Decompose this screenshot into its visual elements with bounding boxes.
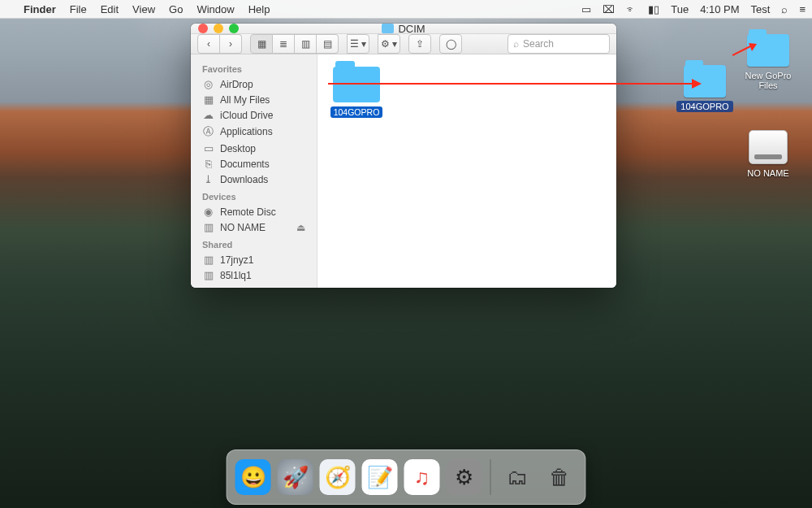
sidebar-header-favorites: Favorites bbox=[191, 59, 317, 76]
sidebar-item-label: Desktop bbox=[220, 143, 256, 154]
sidebar-item-desktop[interactable]: ▭Desktop bbox=[191, 141, 317, 156]
item-label: 104GOPRO bbox=[330, 106, 383, 118]
search-placeholder: Search bbox=[523, 38, 554, 50]
menu-view[interactable]: View bbox=[132, 3, 155, 15]
dock-trash[interactable]: 🗑 bbox=[542, 459, 577, 495]
back-button[interactable]: ‹ bbox=[197, 34, 220, 54]
sidebar-item-label: 85l1lq1 bbox=[220, 270, 252, 281]
computer-icon: ▥ bbox=[202, 254, 214, 266]
clock-day[interactable]: Tue bbox=[671, 3, 689, 15]
gallery-view-button[interactable]: ▤ bbox=[317, 34, 339, 54]
menu-go[interactable]: Go bbox=[169, 3, 183, 15]
dock: 😀 🚀 🧭 📝 ♫ ⚙ 🗂 🗑 bbox=[227, 449, 586, 505]
drive-icon bbox=[749, 130, 788, 164]
dock-settings[interactable]: ⚙ bbox=[447, 459, 482, 495]
folder-item-104gopro[interactable]: 104GOPRO bbox=[330, 67, 383, 118]
search-field[interactable]: ⌕ Search bbox=[508, 34, 610, 54]
finder-window[interactable]: DCIM ‹ › ▦ ≣ ▥ ▤ ☰ ▾ ⚙ ▾ ⇪ ◯ ⌕ bbox=[191, 24, 616, 288]
dock-safari[interactable]: 🧭 bbox=[320, 459, 356, 495]
menubar: Finder File Edit View Go Window Help ▭ ⌧… bbox=[0, 0, 812, 19]
documents-icon: ⎘ bbox=[202, 158, 214, 170]
view-switcher: ▦ ≣ ▥ ▤ bbox=[250, 34, 339, 54]
sidebar-item-no-name[interactable]: ▥NO NAME⏏ bbox=[191, 219, 317, 235]
dock-notes[interactable]: 📝 bbox=[362, 459, 398, 495]
folder-icon bbox=[747, 34, 789, 67]
computer-icon: ▥ bbox=[202, 269, 214, 281]
drive-icon: ▥ bbox=[202, 221, 214, 233]
display-icon[interactable]: ⌧ bbox=[603, 3, 615, 15]
dock-downloads[interactable]: 🗂 bbox=[499, 459, 535, 495]
spotlight-icon[interactable]: ⌕ bbox=[781, 3, 788, 15]
sidebar-item-remote-disc[interactable]: ◉Remote Disc bbox=[191, 204, 317, 219]
menu-file[interactable]: File bbox=[70, 3, 87, 15]
dock-itunes[interactable]: ♫ bbox=[404, 459, 440, 495]
share-button[interactable]: ⇪ bbox=[408, 34, 431, 54]
sidebar-item-label: Documents bbox=[220, 158, 270, 170]
nav-buttons: ‹ › bbox=[197, 34, 242, 54]
desktop-folder-104gopro[interactable]: 104GOPRO bbox=[674, 65, 736, 112]
sidebar-item-documents[interactable]: ⎘Documents bbox=[191, 156, 317, 172]
sidebar-header-devices: Devices bbox=[191, 187, 317, 204]
arrange-button[interactable]: ☰ ▾ bbox=[347, 34, 369, 54]
folder-icon bbox=[684, 65, 726, 98]
sidebar-item-shared-1[interactable]: ▥17jnyz1 bbox=[191, 252, 317, 267]
sidebar-item-all-my-files[interactable]: ▦All My Files bbox=[191, 92, 317, 107]
dock-launchpad[interactable]: 🚀 bbox=[278, 459, 313, 495]
dock-finder[interactable]: 😀 bbox=[235, 459, 271, 495]
desktop-icon-label: 104GOPRO bbox=[676, 101, 732, 112]
dock-separator bbox=[490, 459, 491, 495]
sidebar-item-icloud[interactable]: ☁iCloud Drive bbox=[191, 107, 317, 123]
sidebar-item-downloads[interactable]: ⤓Downloads bbox=[191, 172, 317, 187]
airplay-icon[interactable]: ▭ bbox=[581, 3, 591, 15]
wifi-icon[interactable]: ᯤ bbox=[626, 3, 637, 15]
action-button[interactable]: ⚙ ▾ bbox=[378, 34, 400, 54]
window-zoom-button[interactable] bbox=[229, 24, 239, 33]
sidebar-item-label: Applications bbox=[220, 126, 273, 137]
sidebar-item-label: NO NAME bbox=[220, 222, 266, 233]
desktop-icon-label: New GoPro Files bbox=[737, 70, 799, 91]
desktop: Finder File Edit View Go Window Help ▭ ⌧… bbox=[0, 0, 812, 508]
toolbar: ‹ › ▦ ≣ ▥ ▤ ☰ ▾ ⚙ ▾ ⇪ ◯ ⌕ Search bbox=[191, 34, 616, 54]
sidebar-item-shared-2[interactable]: ▥85l1lq1 bbox=[191, 267, 317, 283]
notification-center-icon[interactable]: ≡ bbox=[799, 3, 806, 15]
all-files-icon: ▦ bbox=[202, 93, 214, 106]
desktop-folder-new-gopro[interactable]: New GoPro Files bbox=[737, 34, 799, 91]
window-title: DCIM bbox=[191, 24, 616, 35]
search-icon: ⌕ bbox=[513, 38, 519, 50]
applications-icon: Ⓐ bbox=[202, 124, 214, 139]
folder-icon bbox=[333, 67, 380, 102]
desktop-icon-label: NO NAME bbox=[743, 167, 793, 179]
window-title-text: DCIM bbox=[398, 24, 425, 35]
sidebar-item-airdrop[interactable]: ◎AirDrop bbox=[191, 76, 317, 92]
sidebar-item-applications[interactable]: ⒶApplications bbox=[191, 123, 317, 141]
menu-window[interactable]: Window bbox=[197, 3, 234, 15]
battery-icon[interactable]: ▮▯ bbox=[648, 3, 659, 15]
app-menu[interactable]: Finder bbox=[24, 3, 56, 15]
desktop-drive-no-name[interactable]: NO NAME bbox=[737, 130, 799, 179]
eject-icon[interactable]: ⏏ bbox=[296, 222, 305, 233]
clock-time[interactable]: 4:10 PM bbox=[700, 3, 739, 15]
sidebar-item-label: iCloud Drive bbox=[220, 110, 273, 121]
forward-button[interactable]: › bbox=[220, 34, 242, 54]
airdrop-icon: ◎ bbox=[202, 78, 214, 90]
folder-icon bbox=[382, 24, 394, 33]
window-minimize-button[interactable] bbox=[214, 24, 223, 33]
disc-icon: ◉ bbox=[202, 206, 214, 218]
sidebar-item-label: Remote Disc bbox=[220, 206, 276, 218]
menu-help[interactable]: Help bbox=[248, 3, 270, 15]
icon-view-button[interactable]: ▦ bbox=[250, 34, 273, 54]
menu-edit[interactable]: Edit bbox=[101, 3, 119, 15]
content-area[interactable]: 104GOPRO bbox=[317, 54, 616, 288]
sidebar-header-shared: Shared bbox=[191, 235, 317, 252]
sidebar-item-label: Downloads bbox=[220, 174, 268, 185]
user-menu[interactable]: Test bbox=[751, 3, 771, 15]
window-close-button[interactable] bbox=[198, 24, 208, 33]
sidebar-item-label: AirDrop bbox=[220, 79, 253, 90]
list-view-button[interactable]: ≣ bbox=[273, 34, 295, 54]
desktop-icon: ▭ bbox=[202, 142, 214, 154]
titlebar[interactable]: DCIM bbox=[191, 24, 616, 34]
sidebar-item-label: 17jnyz1 bbox=[220, 254, 253, 266]
tags-button[interactable]: ◯ bbox=[439, 34, 462, 54]
downloads-icon: ⤓ bbox=[202, 173, 214, 185]
column-view-button[interactable]: ▥ bbox=[295, 34, 317, 54]
